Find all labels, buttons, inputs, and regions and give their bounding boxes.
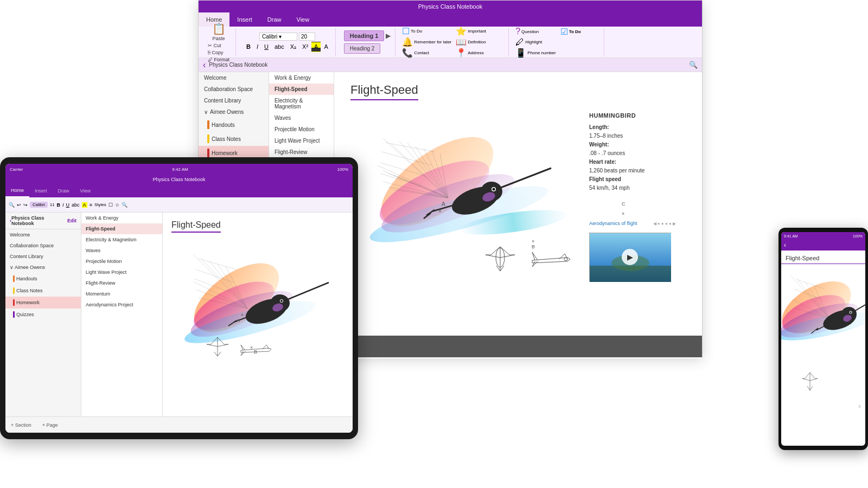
sidebar-item-aimee-owens[interactable]: ∨ Aimee Owens [199,106,269,118]
sidebar-item-handouts[interactable]: Handouts [199,118,269,132]
tablet-section-work-energy[interactable]: Work & Energy [81,213,162,223]
cut-button[interactable]: ✂ Cut [206,42,231,49]
tablet-toolbar-redo[interactable]: ↪ [23,202,28,208]
section-electricity[interactable]: Electricity & Magnetism [269,95,334,112]
sidebar-item-collaboration[interactable]: Collaboration Space [199,84,269,95]
tablet-nav-handouts[interactable]: Handouts [5,273,81,285]
tablet-nav-quizzes[interactable]: Quizzes [5,309,81,320]
section-work-energy[interactable]: Work & Energy [269,72,334,84]
tablet-page: Flight-Speed [163,213,353,416]
aimee-owens-label: Aimee Owens [210,109,244,115]
phone-page-title: Flight-Speed [781,251,865,264]
tablet-nav-welcome[interactable]: Welcome [5,229,81,240]
tablet-bold[interactable]: B [57,202,61,208]
video-thumbnail[interactable]: ▶ [589,233,671,281]
highlight-color-button[interactable]: A [311,42,321,52]
tablet-notebook-nav: ‹ Physics Class Notebook Edit Welcome Co… [5,213,81,416]
tag-remember[interactable]: 🔔Remember for later [402,37,451,47]
tablet-section-projectile[interactable]: Projectile Motion [81,256,162,267]
tag-important[interactable]: ⭐Important [456,26,505,36]
tablet-font[interactable]: Calibri [30,202,48,208]
tablet-nav-aimee[interactable]: ∨ Aimee Owens [5,262,81,273]
sidebar-item-class-notes[interactable]: Class Notes [199,132,269,146]
superscript-button[interactable]: X² [299,42,311,52]
tag-highlight[interactable]: 🖊Highlight [515,37,556,47]
play-button[interactable]: ▶ [622,249,638,265]
tablet-toolbar-checkbox[interactable]: ☐ [108,202,113,208]
tablet-nav-edit-btn[interactable]: Edit [67,218,76,223]
phone-back-button[interactable]: ‹ [784,241,788,249]
tablet-tab-view[interactable]: View [75,184,96,197]
section-waves[interactable]: Waves [269,112,334,124]
section-light-wave[interactable]: Light Wave Project [269,135,334,146]
copy-button[interactable]: ⎘ Copy [206,49,231,56]
tablet-tab-home[interactable]: Home [5,184,29,197]
content-lib-label: Content Library [204,98,241,104]
ribbon-tab-insert[interactable]: Insert [229,12,260,27]
tablet-nav-content-lib[interactable]: Content Library [5,251,81,262]
tablet-size[interactable]: 11 [50,202,55,207]
tablet-add-section[interactable]: + Section [11,422,31,428]
tablet-section-waves[interactable]: Waves [81,245,162,256]
tablet-underline[interactable]: U [66,202,70,208]
ribbon-tab-view[interactable]: View [289,12,317,27]
tablet-toolbar-star[interactable]: ☆ [115,202,119,208]
font-color-button[interactable]: A [321,42,330,52]
back-button[interactable]: ‹ [203,60,206,70]
tablet-section-flight-speed[interactable]: Flight-Speed [81,223,162,234]
tablet-nav-homework[interactable]: Homework [5,297,81,309]
subscript-button[interactable]: X₂ [288,42,299,52]
italic-button[interactable]: I [254,42,261,52]
tablet-nav-collab[interactable]: Collaboration Space [5,240,81,251]
tablet-italic[interactable]: I [62,202,64,208]
tablet-toolbar-search2[interactable]: 🔍 [122,202,127,208]
bold-button[interactable]: B [244,42,253,52]
strikethrough-button[interactable]: abc [272,42,287,52]
heading2-button[interactable]: Heading 2 [344,43,381,54]
tablet-tab-draw[interactable]: Draw [53,184,75,197]
tablet-nav-class-notes[interactable]: Class Notes [5,285,81,297]
section-flight-speed[interactable]: Flight-Speed [269,84,334,95]
tablet-abc[interactable]: abc [72,202,80,208]
search-icon[interactable]: 🔍 [689,61,698,69]
video-nav-dots: ◀ ● ● ● ● ▶ [653,221,676,226]
tablet-toolbar: 🔍 ↩ ↪ Calibri 11 B I U abc A ≡ Styles ☐ … [5,197,353,213]
font-selector[interactable]: Calibri ▾ [259,33,297,41]
tablet-section-momentum[interactable]: Momentum [81,288,162,299]
tag-definition[interactable]: 📖Definition [456,37,505,47]
heading-expand-icon[interactable]: ▶ [386,32,391,40]
tag-todo2[interactable]: ☑To Do [560,27,601,37]
tag-todo[interactable]: ☐To Do [402,26,451,36]
tablet-toolbar-undo[interactable]: ↩ [17,202,21,208]
tablet-tab-insert[interactable]: Insert [29,184,53,197]
section-flight-review[interactable]: Flight-Review [269,146,334,158]
sidebar-item-welcome[interactable]: Welcome [199,72,269,84]
tablet-section-flight-review[interactable]: Flight-Review [81,278,162,288]
tag-address[interactable]: 📍Address [456,48,505,58]
underline-button[interactable]: U [261,42,271,52]
tablet-toolbar-list[interactable]: ≡ [90,202,92,208]
tag-contact[interactable]: 📞Contact [402,48,451,58]
tag-question[interactable]: ?Question [515,27,556,37]
tablet-add-page[interactable]: + Page [42,422,58,428]
styles-group: Heading 1 ▶ Heading 2 [339,28,396,56]
svg-point-27 [493,188,495,191]
tablet-highlight[interactable]: A [82,202,87,208]
tablet-section-electricity[interactable]: Electricity & Magnetism [81,234,162,245]
paste-button[interactable]: 📋 Paste [210,21,228,42]
tablet-section-aerodynamics[interactable]: Aerodynamics Project [81,299,162,310]
tablet-toolbar-styles[interactable]: Styles [94,202,106,207]
ribbon-tab-draw[interactable]: Draw [260,12,289,27]
flight-speed-value: 54 km/h, 34 mph [589,184,676,192]
tablet-section-light-wave[interactable]: Light Wave Project [81,267,162,278]
heading1-button[interactable]: Heading 1 [344,30,385,41]
tablet-device: Carrier 9:42 AM 100% Physics Class Noteb… [0,157,358,439]
sidebar-item-content-library[interactable]: Content Library [199,95,269,106]
font-size-selector[interactable]: 20 [299,33,315,41]
tag-phone[interactable]: 📱Phone number [515,48,556,58]
svg-point-54 [280,300,283,302]
svg-text:A: A [237,318,240,323]
section-projectile-motion[interactable]: Projectile Motion [269,124,334,135]
tablet-toolbar-search[interactable]: 🔍 [9,202,15,208]
tablet-page-title: Flight-Speed [171,220,221,233]
